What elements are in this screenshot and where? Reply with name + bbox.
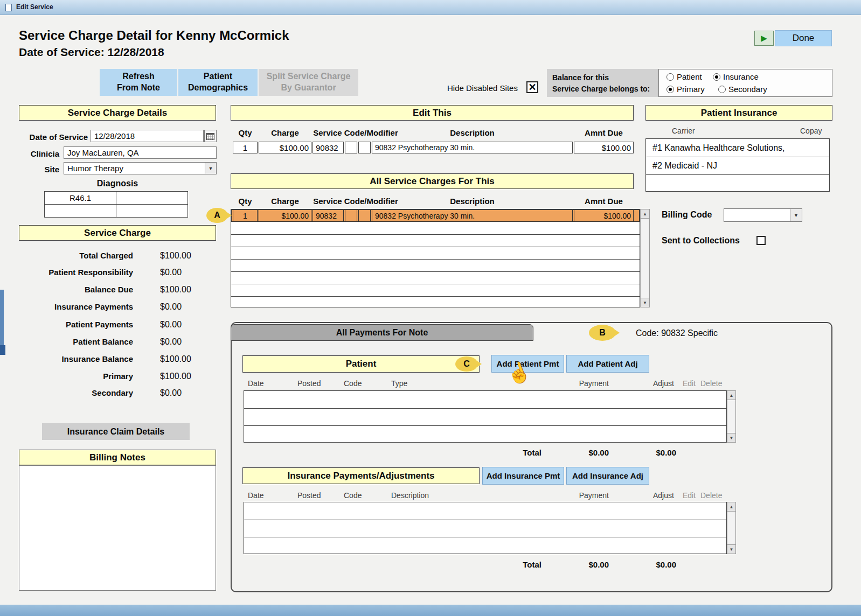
selected-row-code[interactable]: 90832 bbox=[313, 209, 344, 222]
edit-row-charge[interactable]: $100.00 bbox=[259, 142, 311, 153]
all-amntdue-header: Amnt Due bbox=[574, 197, 634, 206]
background-window-fragment bbox=[0, 345, 5, 355]
play-icon: ▶ bbox=[761, 33, 767, 43]
add-insurance-pmt-button[interactable]: Add Insurance Pmt bbox=[482, 467, 564, 485]
all-charges-scrollbar[interactable]: ▲ ▼ bbox=[640, 209, 650, 307]
total-charged-value: $100.00 bbox=[160, 251, 191, 261]
all-charge-header: Charge bbox=[259, 197, 311, 206]
clinician-input[interactable]: Joy MacLauren, QA bbox=[64, 146, 217, 159]
service-charge-details-header: Service Charge Details bbox=[19, 105, 216, 121]
checkbox-x-icon: ✕ bbox=[528, 81, 536, 93]
selected-row-qty[interactable]: 1 bbox=[233, 209, 258, 222]
diagnosis-cell-1[interactable]: R46.1 bbox=[44, 191, 116, 205]
edit-row-mod1[interactable] bbox=[345, 142, 357, 153]
insurance-payments-label: Insurance Payments bbox=[11, 302, 133, 311]
patient-payments-grid[interactable] bbox=[244, 390, 727, 443]
radio-secondary[interactable] bbox=[718, 86, 726, 93]
callout-b: B bbox=[589, 325, 616, 341]
selected-row-mod1[interactable] bbox=[345, 209, 357, 222]
insurance-payments-grid[interactable] bbox=[244, 502, 727, 554]
ip-adjust-header: Adjust bbox=[653, 491, 674, 500]
refresh-from-note-button[interactable]: Refresh From Note bbox=[100, 69, 177, 96]
ip-total-adjust: $0.00 bbox=[628, 560, 676, 569]
edit-row-qty[interactable]: 1 bbox=[233, 142, 258, 153]
pp-total-payment: $0.00 bbox=[560, 448, 609, 457]
pp-edit-header[interactable]: Edit bbox=[683, 379, 696, 388]
insurance-balance-label: Insurance Balance bbox=[11, 354, 133, 363]
selected-row-description[interactable]: 90832 Psychotherapy 30 min. bbox=[372, 209, 573, 222]
sent-to-collections-label: Sent to Collections bbox=[662, 236, 740, 246]
play-button[interactable]: ▶ bbox=[754, 31, 774, 46]
ip-delete-header[interactable]: Delete bbox=[700, 491, 722, 500]
pp-delete-header[interactable]: Delete bbox=[700, 379, 722, 388]
selected-row-charge[interactable]: $100.00 bbox=[259, 209, 311, 222]
all-qty-header: Qty bbox=[233, 197, 258, 206]
add-patient-adj-button[interactable]: Add Patient Adj bbox=[566, 355, 649, 373]
ip-date-header: Date bbox=[248, 491, 264, 500]
edit-description-header: Description bbox=[372, 128, 573, 137]
patient-payments-header: Patient bbox=[242, 355, 480, 373]
pp-adjust-header: Adjust bbox=[653, 379, 674, 388]
radio-primary[interactable] bbox=[666, 86, 674, 93]
site-select[interactable]: Humor Therapy ▼ bbox=[64, 162, 217, 174]
diagnosis-label: Diagnosis bbox=[19, 178, 216, 189]
site-label: Site bbox=[11, 165, 59, 174]
insurance-payments-scrollbar[interactable]: ▲ ▼ bbox=[727, 502, 736, 554]
chevron-down-icon[interactable]: ▼ bbox=[790, 209, 802, 221]
sent-to-collections-checkbox[interactable] bbox=[756, 236, 766, 245]
primary-value: $100.00 bbox=[160, 372, 191, 381]
add-insurance-adj-button[interactable]: Add Insurance Adj bbox=[566, 467, 649, 485]
hide-disabled-sites-label: Hide Disabled Sites bbox=[447, 83, 518, 93]
scroll-up-icon[interactable]: ▲ bbox=[727, 390, 736, 400]
radio-insurance[interactable] bbox=[713, 73, 720, 81]
scroll-up-icon[interactable]: ▲ bbox=[727, 502, 736, 512]
patient-payments-value: $0.00 bbox=[160, 320, 182, 330]
ip-payment-header: Payment bbox=[560, 491, 609, 500]
edit-row-description[interactable]: 90832 Psychotherapy 30 min. bbox=[372, 142, 573, 153]
ip-description-header: Description bbox=[391, 491, 429, 500]
scroll-up-icon[interactable]: ▲ bbox=[640, 209, 650, 219]
done-button[interactable]: Done bbox=[775, 30, 832, 46]
callout-a: A bbox=[206, 208, 228, 223]
patient-demographics-button[interactable]: Patient Demographics bbox=[178, 69, 258, 96]
calendar-button[interactable] bbox=[204, 130, 217, 142]
edit-row-mod2[interactable] bbox=[358, 142, 371, 153]
ip-edit-header[interactable]: Edit bbox=[683, 491, 696, 500]
hide-disabled-sites-checkbox[interactable]: ✕ bbox=[526, 81, 538, 93]
edit-row-amntdue[interactable]: $100.00 bbox=[574, 142, 634, 153]
date-of-service-input[interactable]: 12/28/2018 bbox=[91, 130, 204, 142]
carrier-row-2[interactable]: #2 Medicaid - NJ bbox=[646, 157, 829, 174]
billing-code-select[interactable]: ▼ bbox=[724, 208, 802, 222]
edit-qty-header: Qty bbox=[233, 128, 258, 137]
scroll-down-icon[interactable]: ▼ bbox=[640, 298, 650, 307]
page-date-line: Date of Service: 12/28/2018 bbox=[19, 46, 164, 59]
selected-row-mod2[interactable] bbox=[358, 209, 371, 222]
edit-row-code[interactable]: 90832 bbox=[313, 142, 344, 153]
insurance-claim-details-button[interactable]: Insurance Claim Details bbox=[42, 423, 190, 440]
secondary-label: Secondary bbox=[11, 388, 133, 397]
radio-patient[interactable] bbox=[666, 73, 674, 81]
page-title: Service Charge Detail for Kenny McCormic… bbox=[19, 28, 289, 43]
diagnosis-cell-4[interactable] bbox=[116, 204, 188, 218]
patient-payments-scrollbar[interactable]: ▲ ▼ bbox=[727, 390, 736, 443]
tab-all-payments[interactable]: All Payments For Note bbox=[231, 324, 533, 341]
carrier-row-1[interactable]: #1 Kanawha Healthcare Solutions, bbox=[646, 139, 829, 157]
edit-this-header: Edit This bbox=[231, 105, 634, 121]
patient-balance-value: $0.00 bbox=[160, 337, 182, 347]
diagnosis-grid: R46.1 bbox=[44, 191, 188, 218]
balance-belongs-box: Balance for this Service Charge belongs … bbox=[547, 69, 658, 97]
scroll-down-icon[interactable]: ▼ bbox=[727, 544, 736, 554]
scroll-down-icon[interactable]: ▼ bbox=[727, 433, 736, 443]
all-charges-grid[interactable] bbox=[231, 209, 640, 307]
clinician-label: Clinicia bbox=[11, 149, 59, 158]
billing-notes-textarea[interactable] bbox=[19, 465, 216, 591]
carrier-row-3[interactable] bbox=[646, 175, 829, 191]
diagnosis-cell-2[interactable] bbox=[116, 191, 188, 205]
diagnosis-cell-3[interactable] bbox=[44, 204, 116, 218]
secondary-value: $0.00 bbox=[160, 388, 182, 398]
site-select-value: Humor Therapy bbox=[64, 164, 123, 173]
pp-total-label: Total bbox=[471, 448, 541, 457]
selected-row-amntdue[interactable]: $100.00 bbox=[574, 209, 634, 222]
chevron-down-icon[interactable]: ▼ bbox=[205, 163, 216, 174]
tab-code-specific[interactable]: Code: 90832 Specific bbox=[636, 328, 718, 338]
